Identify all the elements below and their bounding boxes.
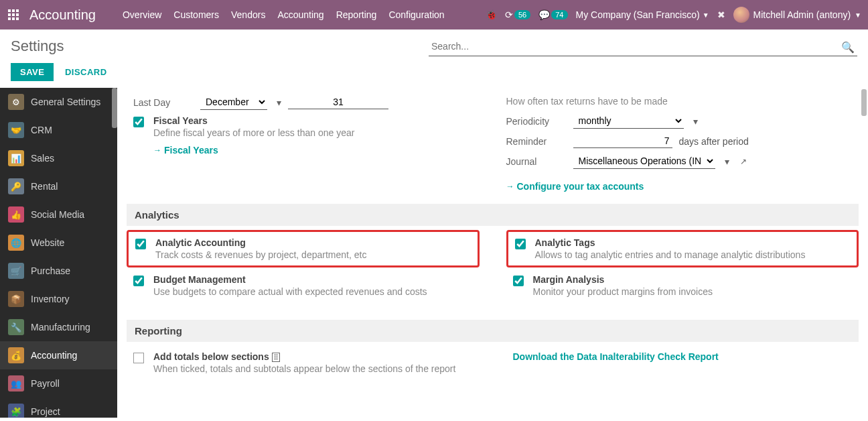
chevron-down-icon[interactable]: ▾ bbox=[277, 97, 281, 108]
save-button[interactable]: SAVE bbox=[11, 63, 54, 81]
fiscal-years-link[interactable]: →Fiscal Years bbox=[153, 145, 218, 156]
sidebar-item-label: Project bbox=[31, 406, 60, 417]
download-inalterability-link[interactable]: Download the Data Inalterability Check R… bbox=[513, 351, 853, 362]
tax-frequency-desc: How often tax returns have to be made bbox=[506, 96, 853, 107]
top-nav: Accounting Overview Customers Vendors Ac… bbox=[0, 0, 868, 29]
sidebar-item-manufacturing[interactable]: 🔧Manufacturing bbox=[0, 313, 117, 341]
sidebar-item-label: Rental bbox=[31, 181, 58, 192]
budget-management-checkbox[interactable] bbox=[133, 276, 144, 286]
chart-icon: 📊 bbox=[8, 150, 24, 166]
external-link-icon[interactable]: ↗ bbox=[740, 157, 747, 166]
gear-icon: ⚙ bbox=[8, 94, 24, 110]
highlight-analytic-accounting: Analytic Accounting Track costs & revenu… bbox=[127, 230, 480, 267]
journal-label: Journal bbox=[506, 156, 567, 167]
sidebar-item-label: Inventory bbox=[31, 294, 70, 304]
user-menu[interactable]: Mitchell Admin (antony) ▼ bbox=[733, 7, 861, 23]
wrench-icon: 🔧 bbox=[8, 319, 24, 335]
sidebar-item-label: Accounting bbox=[31, 350, 77, 361]
people-icon: 👥 bbox=[8, 375, 24, 392]
margin-analysis-desc: Monitor your product margins from invoic… bbox=[533, 286, 713, 297]
margin-analysis-checkbox[interactable] bbox=[513, 276, 524, 286]
puzzle-icon: 🧩 bbox=[8, 404, 24, 418]
sidebar-item-social[interactable]: 👍Social Media bbox=[0, 200, 117, 229]
sidebar-scrollbar[interactable] bbox=[112, 88, 117, 128]
sidebar-item-inventory[interactable]: 📦Inventory bbox=[0, 285, 117, 313]
thumb-icon: 👍 bbox=[8, 206, 24, 223]
search-input[interactable] bbox=[429, 37, 857, 56]
nav-customers[interactable]: Customers bbox=[173, 9, 219, 20]
analytic-tags-title: Analytic Tags bbox=[535, 237, 806, 248]
analytic-tags-checkbox[interactable] bbox=[515, 239, 526, 249]
fiscal-years-desc: Define fiscal years of more or less than… bbox=[153, 127, 354, 138]
analytic-accounting-checkbox[interactable] bbox=[135, 239, 146, 249]
main-area: ⚙General Settings 🤝CRM 📊Sales 🔑Rental 👍S… bbox=[0, 88, 868, 418]
nav-overview[interactable]: Overview bbox=[123, 9, 161, 20]
sidebar-item-website[interactable]: 🌐Website bbox=[0, 229, 117, 257]
search-icon[interactable]: 🔍 bbox=[841, 41, 855, 54]
app-brand[interactable]: Accounting bbox=[29, 7, 96, 23]
cart-icon: 🛒 bbox=[8, 263, 24, 279]
add-totals-desc: When ticked, totals and subtotals appear… bbox=[153, 363, 455, 374]
fiscal-years-checkbox[interactable] bbox=[133, 117, 144, 127]
fiscal-day-input[interactable] bbox=[288, 95, 388, 109]
user-name: Mitchell Admin (antony) bbox=[753, 9, 851, 20]
handshake-icon: 🤝 bbox=[8, 122, 24, 138]
activity-indicator[interactable]: ⟳56 bbox=[505, 9, 530, 20]
reminder-input[interactable] bbox=[573, 134, 672, 148]
analytic-accounting-desc: Track costs & revenues by project, depar… bbox=[155, 249, 366, 260]
settings-sidebar: ⚙General Settings 🤝CRM 📊Sales 🔑Rental 👍S… bbox=[0, 88, 117, 418]
nav-accounting[interactable]: Accounting bbox=[277, 9, 323, 20]
sidebar-item-accounting[interactable]: 💰Accounting bbox=[0, 341, 117, 369]
sidebar-item-label: Manufacturing bbox=[31, 322, 90, 333]
analytic-accounting-title: Analytic Accounting bbox=[155, 237, 366, 248]
sidebar-item-label: Website bbox=[31, 237, 64, 248]
sidebar-item-project[interactable]: 🧩Project bbox=[0, 398, 117, 418]
fiscal-years-title: Fiscal Years bbox=[153, 115, 354, 126]
discard-button[interactable]: DISCARD bbox=[65, 67, 107, 77]
company-switcher[interactable]: My Company (San Francisco)▼ bbox=[576, 9, 709, 20]
apps-icon[interactable] bbox=[7, 8, 20, 21]
sidebar-item-general[interactable]: ⚙General Settings bbox=[0, 88, 117, 116]
right-nav: 🐞 ⟳56 💬74 My Company (San Francisco)▼ ✖ … bbox=[486, 7, 861, 23]
budget-management-title: Budget Management bbox=[153, 274, 427, 285]
document-icon bbox=[272, 353, 280, 362]
search-wrap: 🔍 bbox=[429, 37, 857, 56]
sidebar-item-label: Social Media bbox=[31, 209, 84, 220]
chevron-down-icon[interactable]: ▾ bbox=[725, 156, 729, 167]
sidebar-item-crm[interactable]: 🤝CRM bbox=[0, 116, 117, 144]
fiscal-month-select[interactable]: December bbox=[200, 95, 267, 110]
journal-select[interactable]: Miscellaneous Operations (IN bbox=[573, 154, 715, 169]
tool-icon[interactable]: ✖ bbox=[717, 9, 725, 20]
periodicity-label: Periodicity bbox=[506, 116, 567, 127]
content-scrollbar[interactable] bbox=[861, 89, 867, 116]
sidebar-item-payroll[interactable]: 👥Payroll bbox=[0, 369, 117, 398]
sidebar-item-label: General Settings bbox=[31, 97, 100, 107]
activity-badge: 56 bbox=[514, 10, 530, 19]
nav-vendors[interactable]: Vendors bbox=[231, 9, 265, 20]
configure-tax-link[interactable]: →Configure your tax accounts bbox=[506, 181, 644, 192]
nav-links: Overview Customers Vendors Accounting Re… bbox=[123, 9, 486, 20]
add-totals-checkbox[interactable] bbox=[133, 353, 144, 363]
key-icon: 🔑 bbox=[8, 178, 24, 194]
nav-reporting[interactable]: Reporting bbox=[336, 9, 377, 20]
bug-icon[interactable]: 🐞 bbox=[486, 9, 497, 20]
messages-badge: 74 bbox=[551, 10, 567, 19]
nav-configuration[interactable]: Configuration bbox=[388, 9, 444, 20]
margin-analysis-title: Margin Analysis bbox=[533, 274, 713, 285]
messages-indicator[interactable]: 💬74 bbox=[538, 9, 567, 20]
action-bar: SAVE DISCARD bbox=[0, 63, 868, 88]
periodicity-select[interactable]: monthly bbox=[573, 113, 684, 129]
box-icon: 📦 bbox=[8, 291, 24, 307]
globe-icon: 🌐 bbox=[8, 235, 24, 251]
link-text: Configure your tax accounts bbox=[517, 181, 644, 192]
sidebar-item-purchase[interactable]: 🛒Purchase bbox=[0, 257, 117, 285]
sidebar-item-rental[interactable]: 🔑Rental bbox=[0, 172, 117, 200]
reminder-label: Reminder bbox=[506, 136, 567, 147]
sidebar-item-label: Payroll bbox=[31, 378, 60, 389]
chevron-down-icon[interactable]: ▾ bbox=[693, 116, 698, 127]
subheader: Settings 🔍 bbox=[0, 29, 868, 63]
company-name: My Company (San Francisco) bbox=[576, 9, 700, 20]
settings-content: Last Day December ▾ Fiscal Years Define … bbox=[117, 88, 868, 418]
arrow-icon: → bbox=[153, 145, 161, 155]
sidebar-item-sales[interactable]: 📊Sales bbox=[0, 144, 117, 172]
